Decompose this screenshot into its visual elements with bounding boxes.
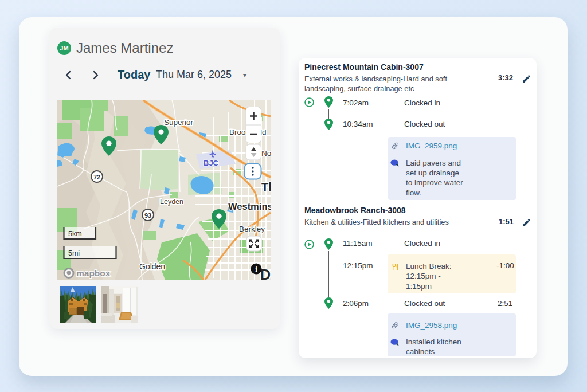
svg-text:Berkley: Berkley: [239, 225, 265, 233]
svg-text:BJC: BJC: [204, 159, 219, 167]
svg-text:93: 93: [144, 212, 151, 219]
svg-text:72: 72: [93, 174, 100, 181]
svg-text:Northglenn: Northglenn: [261, 149, 271, 158]
svg-text:Westminster: Westminster: [228, 201, 271, 211]
svg-text:Thornton: Thornton: [261, 181, 271, 193]
svg-text:Leyden: Leyden: [160, 198, 183, 206]
svg-text:5km: 5km: [68, 230, 82, 238]
svg-text:i: i: [255, 265, 257, 273]
svg-text:Superior: Superior: [164, 118, 194, 127]
svg-text:Denver: Denver: [260, 266, 271, 280]
svg-text:Golden: Golden: [139, 262, 165, 271]
svg-text:5mi: 5mi: [68, 249, 80, 257]
svg-text:mapbox: mapbox: [76, 268, 111, 278]
